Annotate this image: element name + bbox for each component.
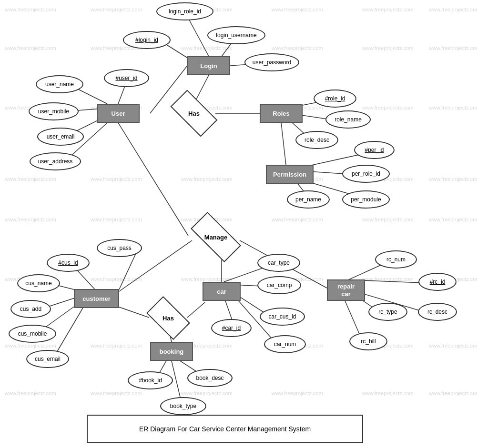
watermark: www.freeprojectz.com xyxy=(181,45,233,51)
rc-num-attr: rc_num xyxy=(375,250,417,269)
has-relationship-1: Has xyxy=(173,101,215,125)
cus-pass-attr: cus_pass xyxy=(97,239,142,257)
user-id-attr: #user_id xyxy=(104,69,149,87)
car-num-attr: car_num xyxy=(264,335,306,353)
role-desc-attr: role_desc xyxy=(295,131,338,149)
role-name-attr: role_name xyxy=(325,110,371,129)
watermark: www.freeprojectz.com xyxy=(5,176,56,182)
watermark: www.freeprojectz.com xyxy=(429,176,477,182)
booking-entity: booking xyxy=(150,342,193,361)
role-id-attr: #role_id xyxy=(314,90,356,108)
car-type-attr: car_type xyxy=(257,254,300,272)
repair-car-entity: repaircar xyxy=(327,279,365,301)
login-id-attr: #login_id xyxy=(123,31,171,49)
book-desc-attr: book_desc xyxy=(187,369,233,387)
rc-type-attr: rc_type xyxy=(368,303,407,321)
watermark: www.freeprojectz.com xyxy=(272,7,323,12)
rc-bill-attr: rc_bill xyxy=(349,332,387,350)
watermark: www.freeprojectz.com xyxy=(91,343,142,348)
per-id-attr: #per_id xyxy=(354,141,395,159)
watermark: www.freeprojectz.com xyxy=(91,176,142,182)
car-id-attr: #car_id xyxy=(211,319,252,337)
book-id-attr: #book_id xyxy=(128,371,173,389)
per-role-id-attr: per_role_id xyxy=(342,165,390,183)
diagram-caption: ER Diagram For Car Service Center Manage… xyxy=(87,415,363,443)
login-role-id-attr: login_role_id xyxy=(156,2,213,20)
manage-relationship: Manage xyxy=(192,225,240,249)
watermark: www.freeprojectz.com xyxy=(5,7,56,12)
watermark: www.freeprojectz.com xyxy=(5,343,56,348)
watermark: www.freeprojectz.com xyxy=(181,276,233,282)
book-type-attr: book_type xyxy=(160,397,206,415)
per-name-attr: per_name xyxy=(287,190,330,209)
watermark: www.freeprojectz.com xyxy=(429,390,477,396)
watermark: www.freeprojectz.com xyxy=(272,45,323,51)
watermark: www.freeprojectz.com xyxy=(181,390,233,396)
cus-add-attr: cus_add xyxy=(10,300,51,318)
watermark: www.freeprojectz.com xyxy=(362,217,414,222)
has-relationship-2: Has xyxy=(149,306,187,330)
svg-line-32 xyxy=(187,302,205,318)
watermark: www.freeprojectz.com xyxy=(362,45,414,51)
watermark: www.freeprojectz.com xyxy=(91,217,142,222)
permission-entity: Permission xyxy=(266,165,314,184)
watermark: www.freeprojectz.com xyxy=(5,217,56,222)
watermark: www.freeprojectz.com xyxy=(272,217,323,222)
svg-line-15 xyxy=(281,123,286,165)
user-name-attr: user_name xyxy=(36,75,83,93)
user-mobile-attr: user_mobile xyxy=(29,102,79,120)
watermark: www.freeprojectz.com xyxy=(429,105,477,110)
watermark: www.freeprojectz.com xyxy=(362,7,414,12)
svg-line-20 xyxy=(118,123,188,236)
watermark: www.freeprojectz.com xyxy=(91,390,142,396)
login-username-attr: login_username xyxy=(207,26,265,44)
user-email-attr: user_email xyxy=(37,128,84,146)
login-entity: Login xyxy=(187,56,230,75)
svg-line-30 xyxy=(119,307,149,318)
customer-entity: customer xyxy=(74,289,119,308)
watermark: www.freeprojectz.com xyxy=(5,45,56,51)
car-cus-id-attr: car_cus_id xyxy=(260,308,305,326)
watermark: www.freeprojectz.com xyxy=(91,7,142,12)
watermark: www.freeprojectz.com xyxy=(429,7,477,12)
user-address-attr: user_address xyxy=(30,152,81,170)
car-entity: car xyxy=(203,282,241,301)
watermark: www.freeprojectz.com xyxy=(362,390,414,396)
watermark: www.freeprojectz.com xyxy=(362,105,414,110)
rc-id-attr: #rc_id xyxy=(418,273,457,291)
watermark: www.freeprojectz.com xyxy=(91,276,142,282)
watermark: www.freeprojectz.com xyxy=(429,343,477,348)
watermark: www.freeprojectz.com xyxy=(362,276,414,282)
user-password-attr: user_password xyxy=(244,53,299,71)
cus-email-attr: cus_email xyxy=(26,350,69,368)
per-module-attr: per_module xyxy=(342,190,390,209)
watermark: www.freeprojectz.com xyxy=(181,176,233,182)
rc-desc-attr: rc_desc xyxy=(418,303,457,321)
watermark: www.freeprojectz.com xyxy=(5,390,56,396)
cus-name-attr: cus_name xyxy=(17,274,60,292)
cus-mobile-attr: cus_mobile xyxy=(9,325,56,343)
watermark: www.freeprojectz.com xyxy=(429,45,477,51)
cus-id-attr: #cus_id xyxy=(47,254,90,272)
user-entity: User xyxy=(97,104,140,123)
svg-line-36 xyxy=(225,301,232,320)
car-comp-attr: car_comp xyxy=(257,276,301,294)
watermark: www.freeprojectz.com xyxy=(272,390,323,396)
watermark: www.freeprojectz.com xyxy=(429,217,477,222)
roles-entity: Roles xyxy=(260,104,303,123)
